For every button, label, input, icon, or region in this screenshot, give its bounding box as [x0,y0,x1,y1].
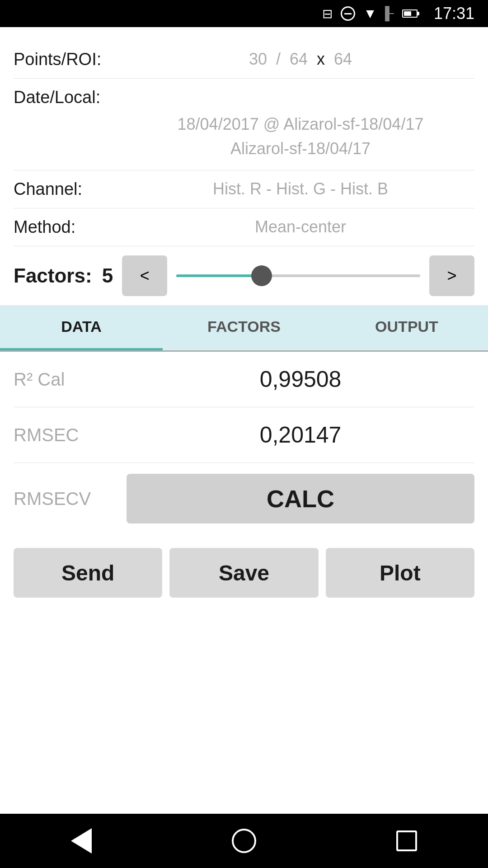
date-local-row: Date/Local: 18/04/2017 @ Alizarol-sf-18/… [14,79,474,170]
factors-row: Factors: 5 < > [14,246,474,305]
points-val2: 64 [290,50,308,69]
slider-fill [176,274,262,277]
date-local-value: 18/04/2017 @ Alizarol-sf-18/04/17 Alizar… [127,88,474,161]
calc-button[interactable]: CALC [127,474,474,524]
nav-home-button[interactable] [226,823,262,859]
status-icons: ⊟ ▼ ▌ 17:31 [322,4,474,23]
tab-factors[interactable]: FACTORS [163,305,325,350]
home-icon [232,829,256,853]
r2cal-row: R² Cal 0,99508 [14,352,474,407]
signal-icon: ▌ [385,6,394,21]
points-cross: x [317,50,325,69]
rmsecv-row: RMSECV CALC [14,463,474,534]
thumbnail-icon: ⊟ [322,6,333,21]
factors-next-button[interactable]: > [429,255,474,296]
back-icon [71,828,92,854]
r2cal-label: R² Cal [14,369,127,390]
tab-output[interactable]: OUTPUT [325,305,488,350]
nav-recent-button[interactable] [389,823,425,859]
main-content: Points/ROI: 30 / 64 x 64 Date/Local: 18/… [0,27,488,814]
rmsec-value: 0,20147 [127,422,474,448]
channel-row: Channel: Hist. R - Hist. G - Hist. B [14,170,474,208]
nav-back-button[interactable] [63,823,99,859]
status-bar: ⊟ ▼ ▌ 17:31 [0,0,488,27]
factors-prev-button[interactable]: < [122,255,167,296]
save-button[interactable]: Save [169,548,318,598]
data-section: R² Cal 0,99508 RMSEC 0,20147 RMSECV CALC… [14,352,474,607]
factors-slider[interactable] [176,262,420,289]
rmsec-label: RMSEC [14,425,127,445]
r2cal-value: 0,99508 [127,366,474,392]
battery-icon [402,9,418,18]
rmsecv-label: RMSECV [14,489,127,509]
points-roi-label: Points/ROI: [14,50,127,69]
dnd-icon [341,6,355,21]
points-roi-row: Points/ROI: 30 / 64 x 64 [14,41,474,79]
status-time: 17:31 [434,4,474,23]
date-local-label: Date/Local: [14,88,127,107]
slider-thumb [251,265,272,286]
method-value: Mean-center [127,217,474,236]
recent-icon [396,830,417,851]
points-val3: 64 [334,50,352,69]
tabs-container: DATA FACTORS OUTPUT [0,305,488,352]
channel-label: Channel: [14,179,127,199]
slider-track [176,274,420,277]
channel-value: Hist. R - Hist. G - Hist. B [127,179,474,198]
rmsec-row: RMSEC 0,20147 [14,407,474,463]
wifi-icon: ▼ [363,6,377,21]
factors-label: Factors: 5 [14,264,113,287]
action-buttons: Send Save Plot [14,539,474,607]
points-sep: / [276,50,281,69]
send-button[interactable]: Send [14,548,162,598]
nav-bar [0,814,488,868]
method-label: Method: [14,217,127,237]
points-roi-value: 30 / 64 x 64 [127,50,474,69]
points-val1: 30 [249,50,267,69]
tab-data[interactable]: DATA [0,305,163,350]
plot-button[interactable]: Plot [326,548,474,598]
method-row: Method: Mean-center [14,208,474,246]
